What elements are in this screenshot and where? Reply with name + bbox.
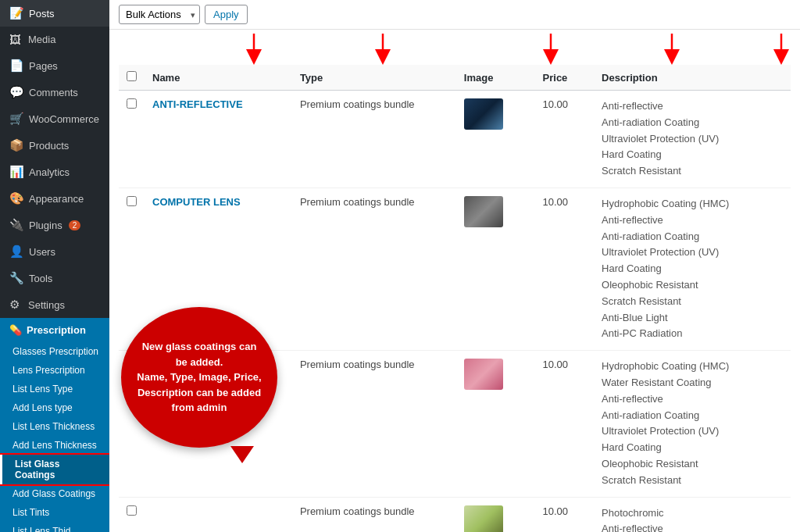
row-checkbox-cell: [119, 497, 145, 532]
speech-bubble-text: New glass coatings can be added.Name, Ty…: [137, 339, 262, 416]
sidebar-item-products[interactable]: 📦 Products: [0, 132, 109, 159]
desc-item: Ultraviolet Protection (UV): [602, 245, 783, 261]
desc-item: Ultraviolet Protection (UV): [602, 131, 783, 148]
row-price: 10.00: [535, 91, 595, 188]
arrows-row: [109, 30, 800, 65]
apply-button[interactable]: Apply: [205, 5, 248, 24]
bulk-actions-wrapper: Bulk Actions Delete: [119, 5, 200, 24]
desc-item: Hard Coating: [602, 147, 783, 163]
product-thumbnail: [464, 98, 503, 130]
row-name: [145, 497, 292, 532]
desc-item: Oleophobic Resistant: [602, 456, 783, 473]
desc-item: Ultraviolet Protection (UV): [602, 423, 783, 440]
users-icon: 👤: [9, 245, 24, 259]
row-image: [456, 351, 535, 497]
sidebar-item-users[interactable]: 👤 Users: [0, 238, 109, 265]
desc-item: Hard Coating: [602, 261, 783, 277]
analytics-icon: 📊: [9, 165, 24, 179]
sidebar-item-plugins[interactable]: 🔌 Plugins 2: [0, 212, 109, 238]
sidebar-item-list-tints[interactable]: List Tints: [0, 503, 109, 522]
sidebar-item-analytics[interactable]: 📊 Analytics: [0, 159, 109, 185]
desc-item: Anti-PC Radiation: [602, 326, 783, 342]
sidebar-item-comments[interactable]: 💬 Comments: [0, 79, 109, 105]
column-arrows-svg: [109, 30, 800, 65]
woocommerce-icon: 🛒: [9, 112, 24, 126]
row-type: Premium coatings bundle: [292, 91, 456, 188]
prescription-icon: 💊: [9, 324, 22, 336]
sidebar-item-media[interactable]: 🖼 Media: [0, 27, 109, 52]
row-type: Premium coatings bundle: [292, 187, 456, 350]
plugins-badge: 2: [69, 220, 81, 230]
desc-item: Anti-radiation Coating: [602, 229, 783, 245]
sidebar-item-glasses-prescription[interactable]: Glasses Prescription: [0, 342, 109, 361]
desc-item: Anti-radiation Coating: [602, 115, 783, 131]
sidebar-item-pages[interactable]: 📄 Pages: [0, 52, 109, 79]
sidebar-item-add-lens-type[interactable]: Add Lens type: [0, 398, 109, 417]
row-image: [456, 187, 535, 350]
sidebar-item-appearance[interactable]: 🎨 Appearance: [0, 185, 109, 212]
sidebar-item-tools[interactable]: 🔧 Tools: [0, 265, 109, 291]
desc-item: Anti-reflective: [602, 98, 783, 115]
row-price: 10.00: [535, 351, 595, 497]
main-content: Bulk Actions Delete Apply: [109, 0, 800, 532]
product-thumbnail: [464, 359, 503, 390]
sidebar-item-posts[interactable]: 📝 Posts: [0, 0, 109, 27]
col-header-image: Image: [456, 65, 535, 91]
content-area: Name Type Image Price Description ANTI-R…: [109, 65, 800, 532]
row-checkbox[interactable]: [127, 98, 137, 109]
col-header-name: Name: [145, 65, 292, 91]
row-checkbox-cell: [119, 187, 145, 350]
row-type: Premium coatings bundle: [292, 351, 456, 497]
desc-item: Oleophobic Resistant: [602, 277, 783, 294]
products-icon: 📦: [9, 138, 24, 152]
row-description: Anti-reflectiveAnti-radiation CoatingUlt…: [594, 91, 791, 188]
appearance-icon: 🎨: [9, 191, 24, 205]
sidebar: 📝 Posts 🖼 Media 📄 Pages 💬 Comments 🛒 Woo…: [0, 0, 109, 532]
desc-item: Scratch Resistant: [602, 473, 783, 489]
col-header-price: Price: [535, 65, 595, 91]
products-table: Name Type Image Price Description ANTI-R…: [119, 65, 791, 532]
sidebar-item-settings[interactable]: ⚙ Settings: [0, 291, 109, 318]
sidebar-item-add-glass-coatings[interactable]: Add Glass Coatings: [0, 484, 109, 503]
row-type: Premium coatings bundle: [292, 497, 456, 532]
media-icon: 🖼: [9, 33, 23, 46]
product-thumbnail: [464, 505, 503, 532]
tools-icon: 🔧: [9, 271, 24, 285]
comments-icon: 💬: [9, 85, 24, 99]
row-checkbox-cell: [119, 91, 145, 188]
desc-item: Anti-Blue Light: [602, 310, 783, 327]
sidebar-item-list-lens-thid[interactable]: List Lens Thid: [0, 522, 109, 532]
row-price: 10.00: [535, 187, 595, 350]
desc-item: Anti-reflective: [602, 391, 783, 408]
sidebar-item-list-glass-coatings[interactable]: List Glass Coatings: [0, 455, 109, 484]
sidebar-item-lens-prescription[interactable]: Lens Prescription: [0, 361, 109, 380]
desc-item: Anti-radiation Coating: [602, 408, 783, 424]
row-description: Hydrophobic Coating (HMC)Water Resistant…: [594, 351, 791, 497]
row-description: PhotochromicAnti-reflectiveAnti-radiatio…: [594, 497, 791, 532]
desc-item: Scratch Resistant: [602, 294, 783, 310]
row-checkbox[interactable]: [127, 196, 137, 206]
select-all-checkbox[interactable]: [127, 71, 137, 81]
desc-item: Scratch Resistant: [602, 163, 783, 180]
product-thumbnail: [464, 196, 503, 227]
desc-item: Hard Coating: [602, 440, 783, 456]
sidebar-item-list-lens-thickness[interactable]: List Lens Thickness: [0, 417, 109, 436]
desc-item: Hydrophobic Coating (HMC): [602, 359, 783, 375]
col-header-type: Type: [292, 65, 456, 91]
sidebar-item-add-lens-thickness[interactable]: Add Lens Thickness: [0, 436, 109, 455]
plugins-icon: 🔌: [9, 218, 24, 232]
speech-bubble: New glass coatings can be added.Name, Ty…: [121, 307, 277, 448]
toolbar: Bulk Actions Delete Apply: [109, 0, 800, 30]
table-row: ANTI-REFLECTIVE Premium coatings bundle …: [119, 91, 791, 188]
select-all-header: [119, 65, 145, 91]
sidebar-item-list-lens-type[interactable]: List Lens Type: [0, 380, 109, 398]
desc-item: Anti-reflective: [602, 521, 783, 532]
col-header-description: Description: [594, 65, 791, 91]
bulk-actions-select[interactable]: Bulk Actions Delete: [119, 5, 200, 24]
desc-item: Photochromic: [602, 505, 783, 522]
desc-item: Anti-reflective: [602, 212, 783, 229]
prescription-header[interactable]: 💊 Prescription: [0, 318, 109, 342]
row-image: [456, 497, 535, 532]
row-checkbox[interactable]: [127, 505, 137, 516]
sidebar-item-woocommerce[interactable]: 🛒 WooCommerce: [0, 105, 109, 132]
